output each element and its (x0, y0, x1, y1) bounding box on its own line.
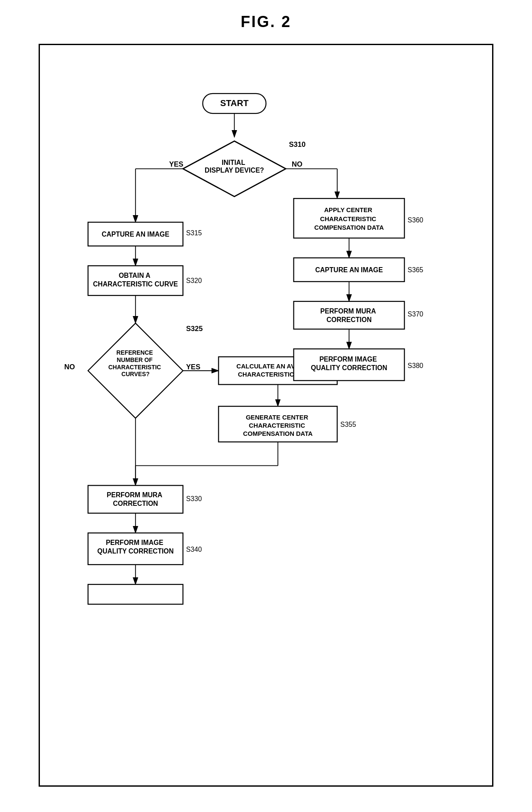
s360-text: APPLY CENTER CHARACTERISTIC COMPENSATION… (314, 207, 384, 231)
figure-title: FIG. 2 (26, 13, 506, 31)
s370-box (294, 301, 405, 329)
s330-box (88, 486, 183, 514)
s340-label: S340 (186, 546, 202, 553)
s355-label: S355 (340, 421, 356, 428)
s310-yes-label: YES (169, 160, 183, 168)
s365-label: S365 (408, 266, 423, 274)
s340-end-box (88, 584, 183, 604)
s360-label: S360 (408, 216, 423, 224)
s330-label: S330 (186, 495, 202, 502)
s315-text: CAPTURE AN IMAGE (102, 231, 169, 238)
s370-label: S370 (408, 310, 423, 318)
flowchart-svg: START INITIAL DISPLAY DEVICE? S310 YES N… (48, 58, 484, 766)
page: FIG. 2 START INITIAL DISPLAY DEVICE? S31… (0, 0, 532, 812)
s325-no-label: NO (64, 363, 75, 371)
s365-text: CAPTURE AN IMAGE (315, 266, 383, 274)
s310-no-label: NO (292, 160, 302, 168)
s325-yes-label: YES (186, 363, 200, 371)
s320-label: S320 (186, 277, 202, 284)
s355-text: GENERATE CENTER CHARACTERISTIC COMPENSAT… (243, 414, 313, 438)
start-label: START (220, 98, 249, 108)
s380-label: S380 (408, 362, 423, 369)
s310-label: S310 (289, 140, 305, 149)
s315-label: S315 (186, 229, 202, 237)
flowchart-container: START INITIAL DISPLAY DEVICE? S310 YES N… (39, 44, 493, 787)
s325-label: S325 (186, 325, 203, 333)
